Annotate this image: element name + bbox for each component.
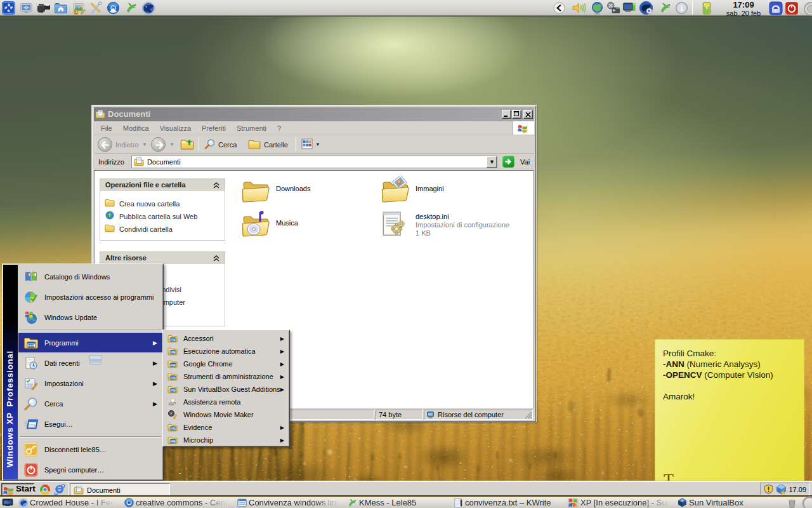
svg-text:i: i [681,4,683,13]
svg-text:xp: xp [571,502,576,507]
